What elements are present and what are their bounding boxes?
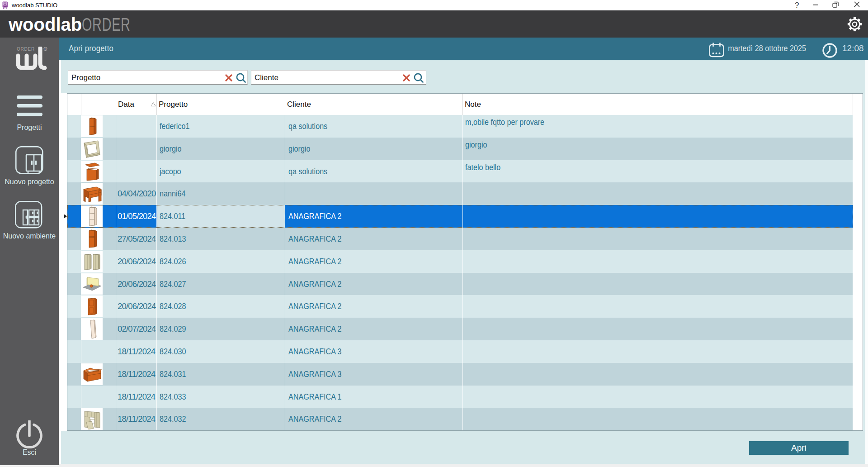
svg-text:R: R	[45, 48, 47, 50]
